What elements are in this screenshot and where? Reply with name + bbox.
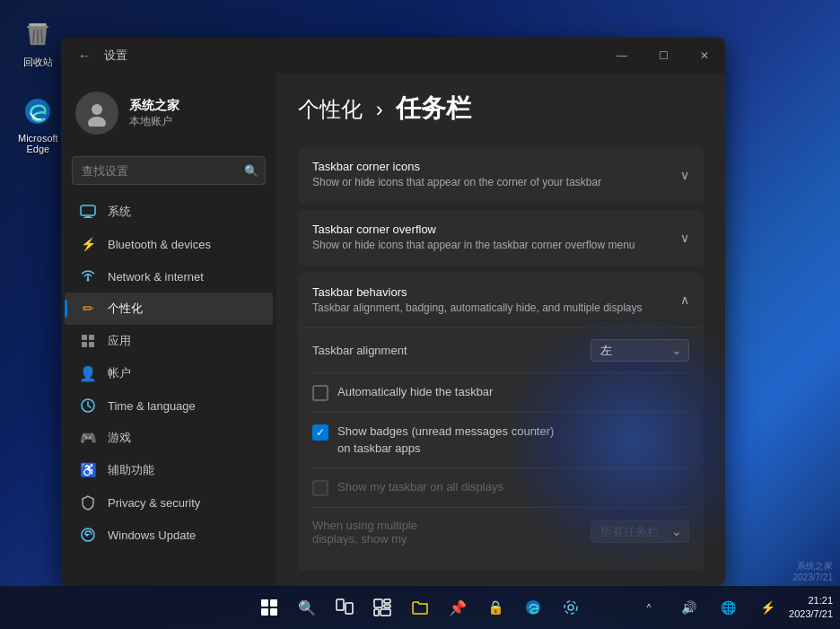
apps-icon (79, 332, 97, 350)
network-icon (79, 267, 97, 285)
alignment-dropdown-wrap: 左 居中 (591, 339, 689, 362)
taskbar-corner-icons-header[interactable]: Taskbar corner icons Show or hide icons … (298, 147, 704, 203)
badges-checkbox[interactable]: ✓ (312, 424, 328, 441)
taskbar-center: 🔍 📌 (251, 590, 589, 625)
sidebar-item-system[interactable]: 系统 (65, 196, 273, 228)
svg-rect-12 (82, 335, 87, 340)
taskbar-edge-button[interactable] (515, 590, 551, 625)
autohide-label: Automatically hide the taskbar (337, 384, 493, 400)
back-button[interactable]: ← (72, 43, 97, 68)
taskbar-behaviors-card: Taskbar behaviors Taskbar alignment, bad… (298, 273, 704, 571)
widgets-button[interactable] (364, 590, 400, 625)
autohide-checkbox[interactable] (312, 385, 328, 401)
svg-rect-13 (89, 335, 94, 340)
taskbar-app-1[interactable]: 📌 (440, 590, 476, 625)
svg-rect-22 (270, 608, 277, 616)
sidebar-item-apps[interactable]: 应用 (65, 325, 273, 357)
search-taskbar-button[interactable]: 🔍 (289, 590, 325, 625)
accessibility-icon: ♿ (79, 461, 97, 479)
sidebar-item-time-label: Time & language (108, 399, 196, 413)
accounts-icon: 👤 (79, 364, 97, 382)
time-display: 21:21 (789, 594, 833, 607)
taskbar-app-2[interactable]: 🔒 (477, 590, 513, 625)
svg-marker-18 (84, 534, 90, 537)
settings-body: 系统之家 本地账户 🔍 系统 ⚡ (61, 74, 725, 585)
svg-rect-29 (381, 609, 390, 616)
svg-rect-20 (270, 599, 277, 607)
taskbar-right: ^ 🔊 🌐 ⚡ 21:21 2023/7/21 (631, 590, 833, 625)
recycle-bin-label: 回收站 (23, 56, 53, 69)
bluetooth-icon: ⚡ (79, 235, 97, 253)
privacy-icon (79, 494, 97, 511)
sidebar-item-system-label: 系统 (108, 204, 131, 220)
badges-label: Show badges (unread messages counter)on … (337, 424, 554, 456)
svg-rect-19 (261, 599, 268, 607)
taskbar-behaviors-header[interactable]: Taskbar behaviors Taskbar alignment, bad… (298, 273, 704, 328)
svg-rect-28 (374, 609, 379, 616)
sidebar-item-bluetooth[interactable]: ⚡ Bluetooth & devices (65, 228, 273, 260)
sidebar-item-apps-label: 应用 (108, 333, 131, 349)
right-panel-wrap: 个性化 › 任务栏 Taskbar corner icons Show or h… (276, 74, 725, 585)
sidebar-item-gaming[interactable]: 🎮 游戏 (65, 422, 273, 454)
settings-window: ← 设置 — ☐ ✕ (61, 38, 725, 585)
user-info: 系统之家 本地账户 (129, 98, 179, 129)
search-input[interactable] (72, 156, 266, 185)
sidebar-item-privacy[interactable]: Privacy & security (65, 486, 273, 519)
taskbar-settings-button[interactable] (553, 590, 589, 625)
svg-line-2 (33, 30, 34, 43)
start-button[interactable] (251, 590, 287, 625)
task-view-button[interactable] (327, 590, 363, 625)
clock[interactable]: 21:21 2023/7/21 (789, 594, 833, 622)
right-panel: 个性化 › 任务栏 Taskbar corner icons Show or h… (276, 74, 725, 585)
sidebar-item-accessibility-label: 辅助功能 (108, 462, 154, 478)
file-explorer-button[interactable] (402, 590, 438, 625)
svg-point-6 (92, 104, 102, 115)
user-profile[interactable]: 系统之家 本地账户 (61, 81, 276, 149)
sidebar-item-network[interactable]: Network & internet (65, 260, 273, 293)
sidebar-item-update[interactable]: Windows Update (65, 519, 273, 551)
corner-icons-desc: Show or hide icons that appear on the co… (312, 175, 601, 190)
multiple-display-label: When using multipledisplays, show my (312, 519, 417, 546)
behaviors-content: Taskbar alignment 左 居中 (298, 328, 704, 570)
recycle-bin-image (20, 16, 56, 52)
sidebar-item-update-label: Windows Update (108, 529, 196, 542)
system-icon (79, 203, 97, 221)
username: 系统之家 (129, 98, 179, 114)
autohide-row: Automatically hide the taskbar (312, 373, 689, 413)
multiple-display-row: When using multipledisplays, show my 所有任… (312, 508, 689, 556)
corner-overflow-expand-icon: ∨ (680, 231, 689, 245)
close-button[interactable]: ✕ (684, 38, 725, 74)
sidebar-item-network-label: Network & internet (108, 270, 204, 284)
svg-rect-24 (346, 603, 353, 614)
sidebar-item-personalization[interactable]: ✏ 个性化 (65, 293, 273, 325)
sidebar-item-accessibility[interactable]: ♿ 辅助功能 (65, 454, 273, 486)
multiple-display-select: 所有任务栏 (591, 520, 689, 543)
corner-overflow-title: Taskbar corner overflow (312, 223, 635, 236)
sidebar-item-time[interactable]: Time & language (65, 389, 273, 422)
battery-icon[interactable]: ⚡ (749, 590, 785, 625)
watermark: 系统之家2023/7/21 (793, 560, 834, 582)
taskbar-corner-overflow-header[interactable]: Taskbar corner overflow Show or hide ico… (298, 210, 704, 266)
title-bar-left: ← 设置 (72, 43, 127, 68)
taskbar-corner-overflow-card: Taskbar corner overflow Show or hide ico… (298, 210, 704, 266)
sidebar-item-accounts[interactable]: 👤 帐户 (65, 357, 273, 389)
taskbar-corner-icons-card: Taskbar corner icons Show or hide icons … (298, 147, 704, 203)
svg-rect-10 (83, 217, 92, 218)
svg-rect-1 (27, 26, 48, 28)
alignment-label: Taskbar alignment (312, 344, 407, 357)
multiple-display-dropdown-wrap: 所有任务栏 (591, 520, 689, 543)
system-tray-chevron[interactable]: ^ (631, 590, 667, 625)
recycle-bin-icon[interactable]: 回收站 (16, 13, 59, 73)
alignment-select[interactable]: 左 居中 (591, 339, 689, 362)
search-icon: 🔍 (244, 164, 258, 178)
sidebar-item-gaming-label: 游戏 (108, 430, 131, 446)
minimize-button[interactable]: — (601, 38, 643, 74)
edge-desktop-icon[interactable]: MicrosoftEdge (14, 90, 62, 158)
network-icon-taskbar[interactable]: 🌐 (710, 590, 746, 625)
date-display: 2023/7/21 (789, 607, 833, 621)
all-displays-checkbox (312, 480, 328, 496)
speaker-icon[interactable]: 🔊 (670, 590, 706, 625)
sidebar-item-bluetooth-label: Bluetooth & devices (108, 238, 211, 251)
maximize-button[interactable]: ☐ (643, 38, 684, 74)
svg-rect-0 (29, 23, 47, 26)
